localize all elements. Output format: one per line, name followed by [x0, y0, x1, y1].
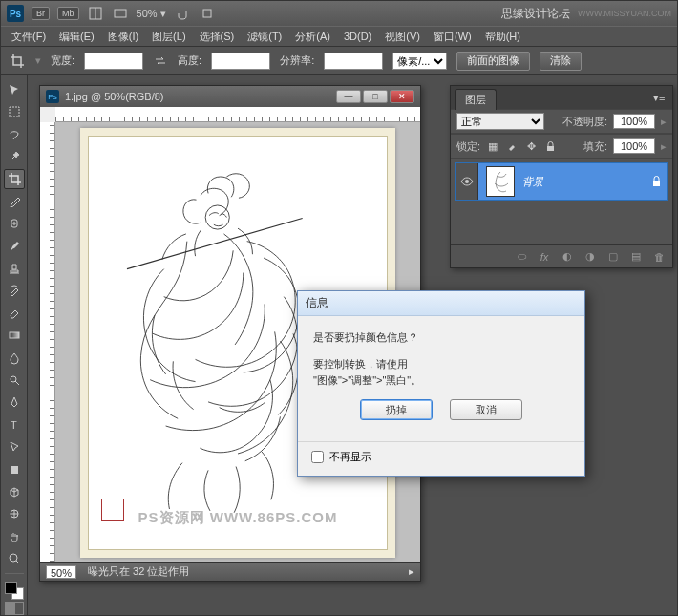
- panels-dock: 图层 ▾≡ 正常 不透明度: 100% ▸ 锁定: ▦ ✥ 填充: 100% ▸: [450, 85, 673, 268]
- svg-rect-19: [653, 181, 660, 186]
- swap-wh-icon[interactable]: [153, 53, 168, 69]
- cancel-button[interactable]: 取消: [450, 399, 522, 420]
- eyedropper-tool[interactable]: [4, 191, 25, 211]
- dialog-titlebar[interactable]: 信息: [298, 291, 584, 316]
- link-layers-icon[interactable]: ⬭: [514, 249, 529, 265]
- menu-select[interactable]: 选择(S): [195, 28, 240, 46]
- lock-move-icon[interactable]: ✥: [524, 139, 538, 153]
- menu-image[interactable]: 图像(I): [103, 28, 143, 46]
- height-input[interactable]: [211, 53, 270, 70]
- close-button[interactable]: ✕: [390, 90, 414, 103]
- eraser-tool[interactable]: [4, 303, 25, 323]
- new-layer-icon[interactable]: ▤: [628, 249, 644, 265]
- history-brush-tool[interactable]: [4, 281, 25, 301]
- hand-view-icon[interactable]: [174, 5, 191, 22]
- doc-arrange-icon[interactable]: [87, 5, 104, 22]
- menu-filter[interactable]: 滤镜(T): [243, 28, 286, 46]
- blend-mode-select[interactable]: 正常: [456, 113, 544, 130]
- lock-paint-icon[interactable]: [505, 139, 519, 153]
- shape-tool[interactable]: [4, 459, 25, 479]
- lock-all-icon[interactable]: [543, 139, 557, 153]
- layer-fx-icon[interactable]: fx: [537, 249, 552, 265]
- layer-row[interactable]: 背景: [455, 162, 668, 201]
- marquee-tool[interactable]: [4, 101, 25, 121]
- panel-menu-icon[interactable]: ▾≡: [653, 92, 668, 104]
- svg-rect-4: [10, 107, 19, 117]
- bridge-badge[interactable]: Br: [32, 7, 50, 20]
- tab-layers[interactable]: 图层: [455, 89, 497, 110]
- document-titlebar[interactable]: Ps 1.jpg @ 50%(RGB/8) — □ ✕: [40, 86, 420, 107]
- lasso-tool[interactable]: [4, 124, 25, 144]
- layer-group-icon[interactable]: ▢: [605, 249, 621, 265]
- menu-help[interactable]: 帮助(H): [480, 28, 525, 46]
- ruler-horizontal[interactable]: [55, 107, 420, 122]
- svg-point-14: [10, 554, 17, 562]
- layers-panel: 图层 ▾≡ 正常 不透明度: 100% ▸ 锁定: ▦ ✥ 填充: 100% ▸: [450, 85, 673, 268]
- res-label: 分辨率:: [280, 53, 314, 68]
- wand-tool[interactable]: [4, 146, 25, 166]
- stamp-tool[interactable]: [4, 258, 25, 278]
- dodge-tool[interactable]: [4, 370, 25, 390]
- healing-tool[interactable]: [4, 213, 25, 233]
- menu-window[interactable]: 窗口(W): [429, 28, 477, 46]
- svg-point-18: [465, 180, 469, 183]
- visibility-eye-icon[interactable]: [456, 163, 478, 200]
- clear-button[interactable]: 清除: [540, 52, 582, 71]
- maximize-button[interactable]: □: [363, 90, 388, 103]
- minimize-button[interactable]: —: [336, 90, 361, 103]
- app-zoom-select[interactable]: 50% ▾: [137, 8, 166, 20]
- svg-rect-3: [203, 10, 211, 17]
- svg-rect-8: [10, 332, 19, 338]
- height-label: 高度:: [178, 53, 201, 68]
- svg-line-15: [16, 561, 19, 563]
- menu-3d[interactable]: 3D(D): [339, 29, 376, 44]
- lock-trans-icon[interactable]: ▦: [486, 139, 499, 153]
- discard-button[interactable]: 扔掉: [360, 399, 433, 420]
- dialog-question: 是否要扔掉颜色信息？: [313, 329, 569, 347]
- layer-mask-icon[interactable]: ◐: [560, 249, 575, 265]
- menu-view[interactable]: 视图(V): [380, 28, 425, 46]
- menu-edit[interactable]: 编辑(E): [54, 28, 99, 46]
- res-unit-select[interactable]: 像素/...: [392, 53, 447, 70]
- color-swatch[interactable]: [5, 582, 24, 600]
- layer-thumbnail[interactable]: [486, 166, 515, 197]
- blur-tool[interactable]: [4, 348, 25, 368]
- menu-analysis[interactable]: 分析(A): [290, 28, 335, 46]
- adjustment-layer-icon[interactable]: ◑: [583, 249, 598, 265]
- ps-logo-icon: Ps: [7, 5, 24, 22]
- zoom-tool[interactable]: [4, 549, 25, 569]
- crop-tool[interactable]: [4, 169, 25, 189]
- move-tool[interactable]: [4, 79, 25, 99]
- 3d-tool[interactable]: [4, 481, 25, 501]
- fill-value[interactable]: 100%: [613, 138, 655, 154]
- document-statusbar: 50% 曝光只在 32 位起作用 ▸: [40, 562, 420, 581]
- noshow-checkbox[interactable]: [311, 451, 324, 463]
- front-image-button[interactable]: 前面的图像: [456, 52, 530, 71]
- menu-bar: 文件(F) 编辑(E) 图像(I) 图层(L) 选择(S) 滤镜(T) 分析(A…: [1, 26, 677, 47]
- screen-mode-icon[interactable]: [112, 5, 129, 22]
- hand-tool[interactable]: [4, 526, 25, 546]
- gradient-tool[interactable]: [4, 326, 25, 346]
- brush-tool[interactable]: [4, 236, 25, 256]
- dialog-hint: 要控制转换，请使用"图像">"调整">"黑白"。: [313, 356, 569, 390]
- type-tool[interactable]: T: [4, 414, 25, 435]
- tools-panel: T: [1, 75, 28, 615]
- width-label: 宽度:: [51, 53, 74, 68]
- res-input[interactable]: [324, 53, 383, 70]
- width-input[interactable]: [84, 53, 143, 70]
- menu-layer[interactable]: 图层(L): [147, 28, 190, 46]
- path-select-tool[interactable]: [4, 437, 25, 457]
- menu-file[interactable]: 文件(F): [7, 28, 51, 46]
- delete-layer-icon[interactable]: 🗑: [651, 249, 667, 265]
- minibridge-badge[interactable]: Mb: [57, 7, 79, 20]
- layer-lock-icon: [651, 176, 662, 187]
- 3d-camera-tool[interactable]: [4, 504, 25, 524]
- crop-tool-icon[interactable]: [9, 53, 26, 70]
- doc-zoom-field[interactable]: 50%: [46, 565, 76, 579]
- layer-name[interactable]: 背景: [522, 175, 543, 189]
- pen-tool[interactable]: [4, 393, 25, 413]
- zoom-view-icon[interactable]: [199, 5, 216, 22]
- quick-mask-toggle[interactable]: [5, 602, 24, 615]
- ruler-vertical[interactable]: [40, 122, 55, 562]
- opacity-value[interactable]: 100%: [613, 114, 655, 129]
